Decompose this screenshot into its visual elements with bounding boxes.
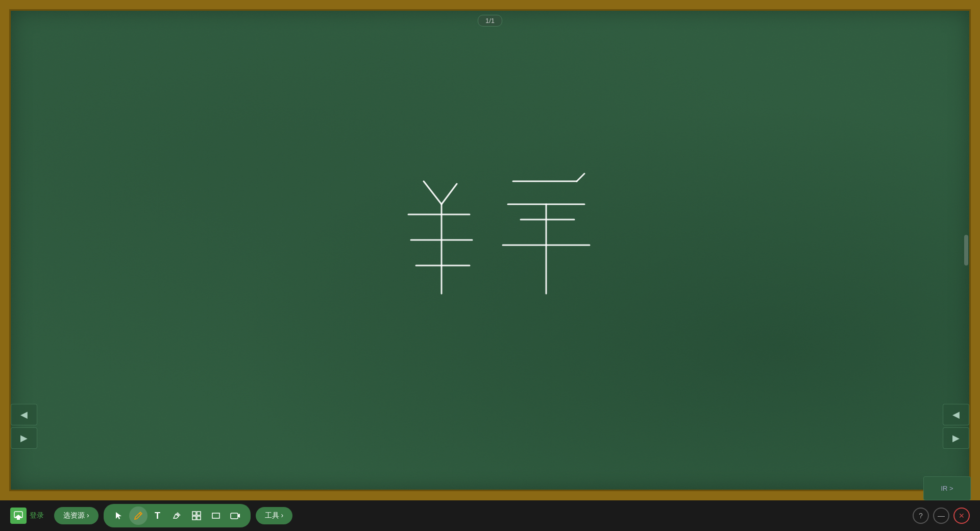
page-number: 1/1 — [485, 17, 495, 25]
select-resource-label: 选资源 › — [63, 511, 89, 520]
login-icon — [10, 508, 27, 524]
text-tool-button[interactable]: T — [149, 506, 167, 525]
ir-label[interactable]: IR > — [923, 476, 971, 500]
login-button[interactable]: 登录 — [10, 508, 44, 524]
close-button[interactable]: ✕ — [953, 508, 970, 524]
scroll-indicator — [964, 235, 968, 266]
svg-rect-4 — [192, 516, 196, 520]
chalk-drawing — [362, 166, 618, 319]
forward-arrow-icon: ▶ — [20, 432, 28, 444]
blackboard[interactable]: 1/1 — [9, 9, 971, 491]
svg-rect-7 — [231, 513, 238, 519]
svg-rect-1 — [17, 517, 20, 520]
camera-tool-button[interactable] — [226, 506, 244, 525]
nav-back-button[interactable]: ◀ — [11, 404, 37, 425]
shape-tool-button[interactable] — [207, 506, 225, 525]
grid-tool-button[interactable] — [187, 506, 206, 525]
right-back-arrow-icon: ◀ — [952, 409, 960, 420]
nav-forward-button[interactable]: ▶ — [11, 427, 37, 449]
help-icon: ? — [919, 512, 923, 520]
select-resource-button[interactable]: 选资源 › — [54, 507, 99, 524]
cursor-tool-button[interactable] — [110, 506, 128, 525]
help-button[interactable]: ? — [913, 508, 929, 524]
right-forward-arrow-icon: ▶ — [952, 432, 960, 444]
close-icon: ✕ — [959, 512, 965, 520]
nav-right-back-button[interactable]: ◀ — [943, 404, 969, 425]
pen-tool-button[interactable] — [129, 506, 148, 525]
bottom-toolbar: 登录 选资源 › T — [0, 500, 980, 531]
tools-label: 工具 › — [265, 511, 284, 520]
text-icon: T — [155, 511, 160, 521]
svg-rect-3 — [197, 512, 201, 515]
right-utils: ? — ✕ — [913, 508, 970, 524]
page-indicator: 1/1 — [478, 15, 502, 27]
svg-rect-5 — [197, 516, 201, 520]
login-label: 登录 — [30, 511, 44, 520]
right-navigation: ◀ ▶ — [943, 404, 969, 449]
left-navigation: ◀ ▶ — [11, 404, 37, 449]
tools-button[interactable]: 工具 › — [256, 507, 293, 524]
back-arrow-icon: ◀ — [20, 409, 28, 420]
nav-right-forward-button[interactable]: ▶ — [943, 427, 969, 449]
ir-text: IR > — [941, 485, 953, 492]
svg-rect-6 — [212, 513, 219, 518]
svg-rect-2 — [192, 512, 196, 515]
minimize-button[interactable]: — — [933, 508, 949, 524]
minimize-icon: — — [938, 512, 945, 520]
blackboard-frame: 1/1 — [0, 0, 980, 500]
eraser-tool-button[interactable] — [168, 506, 186, 525]
main-tool-group: T — [104, 504, 251, 527]
